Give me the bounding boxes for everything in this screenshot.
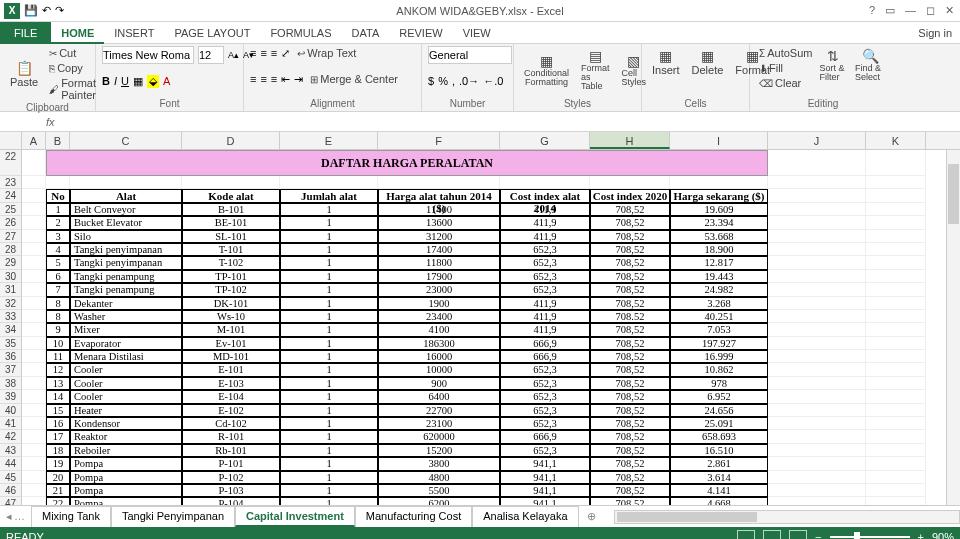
cell[interactable]: Kondensor	[70, 417, 182, 430]
cell[interactable]: SL-101	[182, 230, 280, 243]
row-header[interactable]: 26	[0, 216, 22, 229]
spreadsheet-grid[interactable]: 22DAFTAR HARGA PERALATAN2324NoAlatKode a…	[0, 150, 960, 505]
cell[interactable]: E-103	[182, 377, 280, 390]
cell[interactable]: 12.817	[670, 256, 768, 269]
cell[interactable]: 941,1	[500, 457, 590, 470]
cell[interactable]	[280, 176, 378, 189]
cell[interactable]: 16.510	[670, 444, 768, 457]
cell[interactable]: 4800	[378, 471, 500, 484]
cell[interactable]: Bucket Elevator	[70, 216, 182, 229]
cell[interactable]	[378, 176, 500, 189]
cell[interactable]	[22, 377, 46, 390]
fill-color-button[interactable]: ⬙	[147, 75, 159, 88]
cell[interactable]: Pompa	[70, 457, 182, 470]
cell[interactable]: 666,9	[500, 430, 590, 443]
find-select-button[interactable]: 🔍Find & Select	[851, 46, 890, 90]
cell[interactable]: Harga sekarang ($)	[670, 189, 768, 202]
cell[interactable]	[768, 471, 866, 484]
cell[interactable]: 9	[46, 323, 70, 336]
cell[interactable]	[22, 243, 46, 256]
row-header[interactable]: 31	[0, 283, 22, 296]
underline-button[interactable]: U	[121, 75, 129, 87]
cell[interactable]: 6	[46, 270, 70, 283]
cell[interactable]: No	[46, 189, 70, 202]
align-top-icon[interactable]: ≡	[250, 47, 256, 59]
cell[interactable]: 13600	[378, 216, 500, 229]
cell[interactable]: 22	[46, 497, 70, 505]
cell[interactable]: 6400	[378, 390, 500, 403]
cell[interactable]	[866, 203, 926, 216]
cell[interactable]: Harga alat tahun 2014 ($)	[378, 189, 500, 202]
cell[interactable]	[768, 189, 866, 202]
row-header[interactable]: 22	[0, 150, 22, 176]
cell[interactable]: 3800	[378, 457, 500, 470]
cell[interactable]	[768, 417, 866, 430]
cell[interactable]: 708,52	[590, 203, 670, 216]
cell[interactable]	[22, 297, 46, 310]
cell[interactable]: Heater	[70, 404, 182, 417]
cell[interactable]: 1	[280, 283, 378, 296]
cell[interactable]: Dekanter	[70, 297, 182, 310]
cell[interactable]	[866, 337, 926, 350]
conditional-formatting-button[interactable]: ▦Conditional Formatting	[520, 51, 573, 89]
font-family-select[interactable]	[102, 46, 194, 64]
row-header[interactable]: 34	[0, 323, 22, 336]
cell[interactable]: 3.614	[670, 471, 768, 484]
vertical-scrollbar[interactable]	[946, 150, 960, 505]
copy-button[interactable]: ⎘ Copy	[46, 61, 99, 75]
menu-tab-home[interactable]: HOME	[51, 24, 104, 44]
cell[interactable]: Evaporator	[70, 337, 182, 350]
cell[interactable]: 652,3	[500, 243, 590, 256]
cell[interactable]: Ev-101	[182, 337, 280, 350]
cell[interactable]: 411,9	[500, 230, 590, 243]
cell[interactable]	[768, 350, 866, 363]
row-header[interactable]: 33	[0, 310, 22, 323]
cell[interactable]: 7	[46, 283, 70, 296]
cell[interactable]	[866, 430, 926, 443]
cell[interactable]: 708,52	[590, 323, 670, 336]
menu-tab-view[interactable]: VIEW	[453, 24, 501, 42]
cell[interactable]: 1	[280, 203, 378, 216]
cell[interactable]	[768, 283, 866, 296]
cell[interactable]	[866, 230, 926, 243]
cell[interactable]: 23400	[378, 310, 500, 323]
cell[interactable]: M-101	[182, 323, 280, 336]
menu-tab-formulas[interactable]: FORMULAS	[260, 24, 341, 42]
menu-tab-data[interactable]: DATA	[342, 24, 390, 42]
dec-decimal-button[interactable]: ←.0	[483, 75, 503, 87]
cell[interactable]: 708,52	[590, 216, 670, 229]
cell[interactable]	[866, 471, 926, 484]
row-header[interactable]: 24	[0, 189, 22, 202]
cell[interactable]: 1	[280, 363, 378, 376]
cell[interactable]: P-103	[182, 484, 280, 497]
cell[interactable]	[866, 417, 926, 430]
menu-tab-page-layout[interactable]: PAGE LAYOUT	[164, 24, 260, 42]
cell[interactable]: 1	[280, 444, 378, 457]
format-painter-button[interactable]: 🖌 Format Painter	[46, 76, 99, 102]
cell[interactable]: 1	[280, 256, 378, 269]
cell[interactable]	[768, 404, 866, 417]
cell[interactable]: 620000	[378, 430, 500, 443]
save-icon[interactable]: 💾	[24, 4, 38, 17]
cell[interactable]: 6200	[378, 497, 500, 505]
cell[interactable]: 652,3	[500, 417, 590, 430]
cell[interactable]: 3.268	[670, 297, 768, 310]
sheet-tab[interactable]: Mixing Tank	[31, 506, 111, 527]
cell[interactable]: 652,3	[500, 270, 590, 283]
cell[interactable]: 6.952	[670, 390, 768, 403]
indent-inc-icon[interactable]: ⇥	[294, 73, 303, 86]
horizontal-scrollbar[interactable]	[614, 510, 960, 524]
cell[interactable]: 197.927	[670, 337, 768, 350]
cell[interactable]	[22, 283, 46, 296]
cell[interactable]	[182, 176, 280, 189]
cell[interactable]: 18	[46, 444, 70, 457]
cell[interactable]	[22, 216, 46, 229]
redo-icon[interactable]: ↷	[55, 4, 64, 17]
cell[interactable]: 978	[670, 377, 768, 390]
cell[interactable]: 31200	[378, 230, 500, 243]
cell[interactable]: 1	[280, 430, 378, 443]
cell[interactable]	[866, 176, 926, 189]
cell[interactable]: 16	[46, 417, 70, 430]
row-header[interactable]: 23	[0, 176, 22, 189]
cell[interactable]	[866, 363, 926, 376]
